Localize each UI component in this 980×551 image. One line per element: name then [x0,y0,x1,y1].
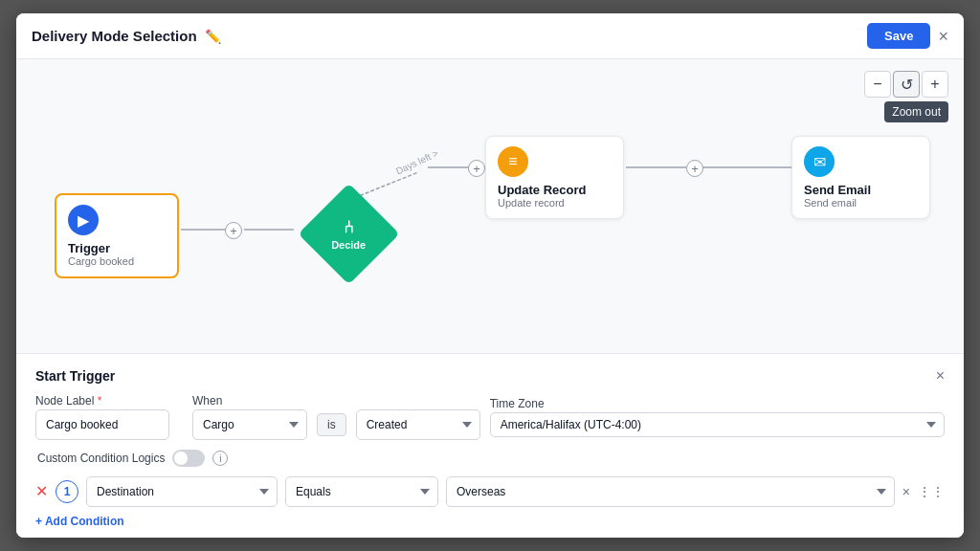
created-group: Created [356,394,480,440]
add-step-3-button[interactable]: + [686,160,703,177]
info-icon[interactable]: i [212,451,228,466]
condition-drag-icon: ⋮⋮ [918,484,945,499]
connector-update-email: + [686,160,703,177]
main-modal: Delivery Mode Selection ✏️ Save × [16,13,964,538]
send-email-node[interactable]: ✉ Send Email Send email [791,136,930,219]
decide-diamond: ⑃ Decide [298,183,399,284]
add-condition-button[interactable]: + Add Condition [35,515,124,528]
decide-icon: ⑃ [344,217,354,237]
connector-decide-update: + [468,160,485,177]
send-email-icon: ✉ [804,146,835,177]
decide-node[interactable]: ⑃ Decide [313,198,385,270]
custom-condition-row: Custom Condition Logics i [35,450,945,467]
decide-label: Decide [331,239,366,251]
panel-header: Start Trigger × [35,367,945,385]
panel-title: Start Trigger [35,368,115,384]
node-label-group: Node Label * [35,394,169,440]
node-label-field-label: Node Label * [35,394,169,408]
zoom-tooltip: Zoom out [884,101,948,122]
zoom-out-button[interactable]: − [864,71,891,98]
created-spacer [356,394,480,408]
trigger-node[interactable]: ▶ Trigger Cargo booked [55,193,179,278]
panel-close-button[interactable]: × [936,367,945,385]
save-button[interactable]: Save [867,23,930,49]
close-modal-button[interactable]: × [938,28,948,45]
custom-condition-toggle[interactable] [172,450,205,467]
days-left-label: Days left > [394,147,440,176]
trigger-node-label: Trigger [68,241,110,255]
field-select-1[interactable]: Destination [86,476,278,507]
connector-trigger-decide: + [225,222,242,239]
required-indicator: * [98,394,102,408]
update-record-label: Update Record [498,183,586,197]
when-label: When [192,394,307,408]
update-record-icon: ≡ [498,146,528,177]
edit-title-icon[interactable]: ✏️ [205,29,221,44]
timezone-select[interactable]: America/Halifax (UTC-4:00) [490,412,945,437]
zoom-reset-button[interactable]: ↺ [893,71,920,98]
condition-row-1: ✕ 1 Destination Equals Overseas × ⋮⋮ [35,476,945,507]
update-record-node[interactable]: ≡ Update Record Update record [485,136,624,219]
trigger-node-icon: ▶ [68,205,99,235]
node-label-input[interactable] [35,409,169,440]
modal-header: Delivery Mode Selection ✏️ Save × [16,13,964,59]
trigger-node-sublabel: Cargo booked [68,255,134,267]
is-group: is [317,398,346,436]
send-email-sublabel: Send email [804,197,857,209]
when-select[interactable]: Cargo [192,409,307,440]
modal-title-area: Delivery Mode Selection ✏️ [32,28,221,44]
add-step-1-button[interactable]: + [225,222,242,239]
modal-title: Delivery Mode Selection [32,28,197,44]
value-select-1[interactable]: Overseas [446,476,895,507]
header-actions: Save × [867,23,948,49]
start-trigger-panel: Start Trigger × Node Label * When Cargo [16,353,964,538]
condition-number-1: 1 [56,480,78,503]
when-group: When Cargo [192,394,307,440]
send-email-label: Send Email [804,183,871,197]
modal-body: − ↺ + Zoom out ▶ Trigger Cargo booked + … [16,59,964,538]
value-clear-1-button[interactable]: × [902,484,910,499]
is-spacer [317,398,346,411]
update-record-sublabel: Update record [498,197,565,209]
zoom-controls: − ↺ + Zoom out [864,71,948,98]
zoom-in-button[interactable]: + [922,71,948,98]
flow-canvas-area: − ↺ + Zoom out ▶ Trigger Cargo booked + … [16,59,964,353]
operator-select-1[interactable]: Equals [285,476,438,507]
remove-condition-1-button[interactable]: ✕ [35,484,48,499]
trigger-form-row: Node Label * When Cargo is [35,394,945,440]
toggle-knob [174,452,188,465]
decide-inner: ⑃ Decide [331,217,366,251]
is-badge: is [317,413,346,436]
timezone-label: Time Zone [490,397,945,410]
custom-condition-label: Custom Condition Logics [37,452,165,465]
created-select[interactable]: Created [356,409,480,440]
add-step-2-button[interactable]: + [468,160,485,177]
timezone-group: Time Zone America/Halifax (UTC-4:00) [490,397,945,437]
